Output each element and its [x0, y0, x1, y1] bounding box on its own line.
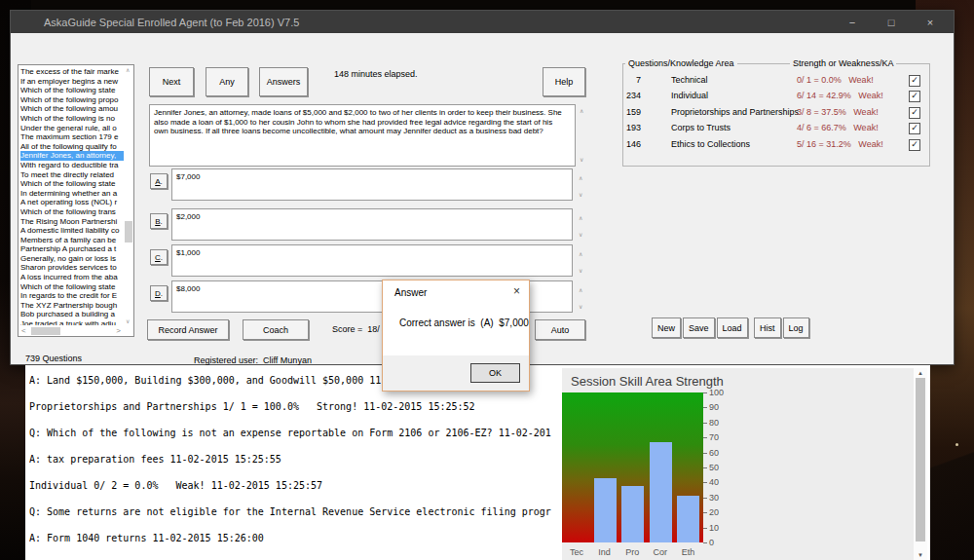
chart-ytick-mark — [703, 528, 707, 529]
question-list-item[interactable]: A net operating loss (NOL) r — [20, 198, 124, 207]
load-button[interactable]: Load — [717, 317, 748, 338]
answer-letter: B — [155, 217, 160, 226]
scroll-up-icon[interactable]: ∧ — [126, 67, 130, 73]
log-line: Q: Some returns are not eligible for the… — [29, 499, 556, 525]
ka-include-checkbox[interactable]: ✓ — [909, 139, 920, 151]
answer-letter-button-c[interactable]: C. — [150, 249, 168, 265]
scrollbar-thumb[interactable] — [916, 378, 925, 541]
answer-letter-button-a[interactable]: A. — [150, 173, 168, 189]
scroll-right-icon[interactable]: > — [116, 326, 121, 335]
chart-ytick-mark — [703, 482, 707, 483]
scroll-up-icon[interactable]: ▲ — [914, 370, 927, 376]
answer-dialog: Answer × Correct answer is (A) $7,000 OK — [382, 280, 530, 392]
question-list-item[interactable]: A loss incurred from the aba — [20, 273, 124, 282]
close-button[interactable]: × — [911, 11, 950, 33]
scroll-down-icon[interactable]: ▼ — [914, 552, 927, 558]
ka-include-checkbox[interactable]: ✓ — [909, 107, 920, 119]
scroll-down-icon[interactable]: ∨ — [579, 304, 582, 310]
question-list-item[interactable]: Sharon provides services to — [20, 263, 124, 273]
chart-ytick-label: 40 — [709, 477, 719, 487]
auto-button[interactable]: Auto — [535, 319, 585, 340]
chart-bar-eth — [677, 496, 699, 542]
chart-bar-pro — [621, 486, 644, 542]
scrollbar-thumb[interactable] — [31, 327, 60, 335]
answer-text-box-b[interactable]: $2,000 — [171, 208, 573, 241]
question-list-item[interactable]: Bob purchased a building a — [20, 310, 124, 319]
chart-xlabel-cor: Cor — [649, 547, 672, 557]
chart-vertical-scrollbar[interactable]: ▲ ▼ — [914, 368, 927, 560]
scroll-left-icon[interactable]: < — [21, 326, 26, 335]
answer-letter: C — [155, 253, 161, 262]
ok-button[interactable]: OK — [470, 363, 520, 383]
ka-category-name: Technical — [671, 75, 708, 85]
minimize-button[interactable]: − — [833, 11, 872, 33]
scroll-down-icon[interactable]: ∨ — [580, 157, 583, 163]
close-icon[interactable]: × — [513, 284, 520, 298]
question-list-horizontal-scrollbar[interactable]: < > — [19, 326, 124, 336]
knowledge-area-row: 7Technical0/ 1 = 0.0% Weak!✓ — [11, 75, 946, 91]
ka-include-checkbox[interactable]: ✓ — [909, 123, 920, 134]
dialog-footer: OK — [383, 355, 529, 391]
answer-text-box-a[interactable]: $7,000 — [171, 168, 573, 201]
coach-button[interactable]: Coach — [243, 319, 309, 340]
chart-xlabel-ind: Ind — [593, 547, 617, 557]
log-button[interactable]: Log — [783, 317, 809, 338]
save-button[interactable]: Save — [683, 317, 715, 338]
question-list-item[interactable]: Which of the following trans — [20, 207, 124, 217]
question-list-item[interactable]: The Rising Moon Partnershi — [20, 217, 124, 227]
chart-ytick-mark — [703, 392, 707, 393]
ka-category-name: Proprietorships and Partnerships — [671, 107, 799, 117]
question-list-item[interactable]: With regard to deductible tra — [20, 161, 124, 170]
chart-ytick-mark — [703, 512, 707, 513]
hist-button-strip: HistLog — [754, 317, 809, 338]
log-line: A: Form 1040 returns 11-02-2015 15:26:00 — [29, 525, 556, 551]
ka-category-name: Individual — [671, 91, 708, 100]
chart-ytick-mark — [703, 423, 707, 424]
ka-category-name: Ethics to Collections — [671, 139, 750, 149]
ka-strength-value: 4/ 6 = 66.7% Weak! — [797, 123, 879, 132]
chart-ytick-mark — [703, 467, 707, 468]
scroll-up-icon[interactable]: ∧ — [579, 215, 582, 221]
scroll-down-icon[interactable]: ∨ — [579, 268, 582, 274]
ka-strength-value: 0/ 1 = 0.0% Weak! — [797, 75, 874, 85]
scroll-up-icon[interactable]: ∧ — [579, 287, 582, 293]
answer-letter-button-b[interactable]: B. — [150, 213, 168, 229]
question-list-item[interactable]: Generally, no gain or loss is — [20, 254, 124, 264]
scroll-down-icon[interactable]: ∨ — [579, 232, 582, 238]
answer-letter: A — [155, 177, 160, 186]
hist-button[interactable]: Hist — [754, 317, 781, 338]
question-list-item[interactable]: Joe traded a truck with adju — [20, 319, 124, 325]
ka-question-count: 146 — [612, 139, 641, 149]
scroll-down-icon[interactable]: ∨ — [126, 318, 130, 324]
question-list-item[interactable]: In determining whether an a — [20, 189, 124, 199]
log-text-area[interactable]: A: Land $150,000, Building $300,000, and… — [29, 367, 556, 551]
scroll-up-icon[interactable]: ∧ — [579, 251, 582, 257]
window-title: AskaGuide Special Enrolled Agent (to Feb… — [44, 17, 299, 28]
scrollbar-thumb[interactable] — [125, 221, 132, 243]
question-list-item[interactable]: Members of a family can be — [20, 236, 124, 245]
file-button-strip: NewSaveLoad — [652, 317, 748, 338]
ka-strength-value: 5/ 16 = 31.2% Weak! — [797, 139, 883, 149]
question-list-item[interactable]: To meet the directly related — [20, 170, 124, 180]
question-list-item[interactable]: Which of the following state — [20, 179, 124, 189]
question-list-item[interactable]: Partnership A purchased a t — [20, 244, 124, 254]
ka-include-checkbox[interactable]: ✓ — [909, 75, 920, 87]
desktop-star-dot — [955, 443, 958, 446]
answer-text-box-c[interactable]: $1,000 — [171, 244, 573, 277]
question-list-item[interactable]: A domestic limited liability co — [20, 226, 124, 236]
maximize-button[interactable]: □ — [872, 11, 911, 33]
window-controls: −□× — [833, 11, 950, 33]
question-list-item[interactable]: In regards to the credit for E — [20, 291, 124, 301]
question-list-item[interactable]: Which of the following state — [20, 282, 124, 292]
question-list-item[interactable]: The XYZ Partnership bough — [20, 301, 124, 311]
dialog-title: Answer — [394, 287, 427, 298]
chart-bar-cor — [650, 442, 672, 542]
scroll-down-icon[interactable]: ∨ — [579, 192, 582, 198]
title-bar: AskaGuide Special Enrolled Agent (to Feb… — [11, 11, 954, 33]
record-answer-button[interactable]: Record Answer — [147, 319, 229, 340]
maximize-icon: □ — [888, 17, 895, 28]
scroll-up-icon[interactable]: ∧ — [579, 175, 582, 181]
new-button[interactable]: New — [652, 317, 681, 338]
ka-include-checkbox[interactable]: ✓ — [909, 91, 920, 102]
answer-letter-button-d[interactable]: D. — [150, 285, 168, 301]
